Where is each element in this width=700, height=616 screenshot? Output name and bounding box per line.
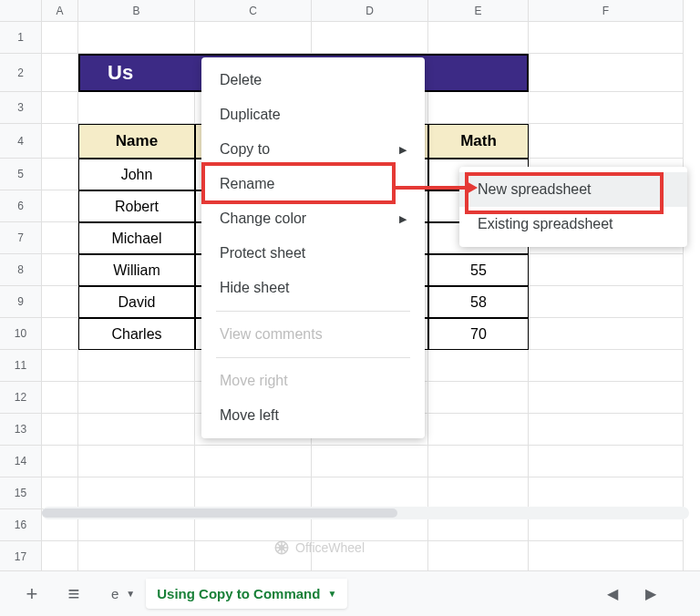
tab-scroll-right[interactable]: ▶ [645, 585, 656, 602]
select-all-corner[interactable] [0, 0, 42, 22]
cell[interactable] [42, 22, 78, 54]
cell[interactable] [428, 22, 529, 54]
cell[interactable] [42, 318, 78, 350]
row-header[interactable]: 9 [0, 286, 42, 318]
cell-name[interactable]: Robert [78, 190, 195, 222]
cell[interactable] [42, 159, 78, 190]
cell[interactable] [78, 22, 195, 54]
menu-move-left[interactable]: Move left [201, 398, 425, 433]
cell-name[interactable]: David [78, 286, 195, 318]
cell[interactable] [195, 22, 312, 54]
cell[interactable] [78, 446, 195, 477]
cell[interactable] [428, 350, 529, 382]
cell[interactable] [529, 318, 684, 350]
cell[interactable] [42, 477, 78, 509]
row-header[interactable]: 13 [0, 414, 42, 446]
cell[interactable] [428, 477, 529, 509]
row-header[interactable]: 4 [0, 124, 42, 159]
row-header[interactable]: 6 [0, 190, 42, 222]
add-sheet-button[interactable]: + [16, 579, 47, 610]
cell[interactable] [312, 477, 428, 509]
submenu-existing-spreadsheet[interactable]: Existing spreadsheet [459, 207, 687, 241]
cell[interactable] [529, 414, 684, 446]
cell[interactable] [42, 286, 78, 318]
cell[interactable] [529, 477, 684, 509]
row-header[interactable]: 7 [0, 222, 42, 254]
menu-hide-sheet[interactable]: Hide sheet [201, 271, 425, 305]
row-header[interactable]: 15 [0, 477, 42, 509]
cell-math[interactable]: 55 [428, 254, 529, 286]
cell[interactable] [78, 414, 195, 446]
cell[interactable] [529, 382, 684, 414]
cell[interactable] [42, 54, 78, 92]
cell[interactable] [529, 22, 684, 54]
col-header-e[interactable]: E [428, 0, 529, 22]
cell-math[interactable]: 70 [428, 318, 529, 350]
cell[interactable] [529, 124, 684, 159]
col-header-d[interactable]: D [312, 0, 428, 22]
row-header[interactable]: 5 [0, 159, 42, 190]
cell[interactable] [195, 446, 312, 477]
cell[interactable] [42, 190, 78, 222]
cell-name[interactable]: Charles [78, 318, 195, 350]
cell[interactable] [42, 382, 78, 414]
th-name[interactable]: Name [78, 124, 195, 159]
cell[interactable] [42, 222, 78, 254]
row-header[interactable]: 8 [0, 254, 42, 286]
col-header-b[interactable]: B [78, 0, 195, 22]
col-header-f[interactable]: F [529, 0, 684, 22]
th-math[interactable]: Math [428, 124, 529, 159]
horizontal-scrollbar[interactable] [42, 507, 689, 519]
cell[interactable] [78, 92, 195, 124]
cell[interactable] [529, 54, 684, 92]
cell[interactable] [42, 124, 78, 159]
cell[interactable] [529, 286, 684, 318]
all-sheets-button[interactable]: ≡ [58, 579, 89, 610]
submenu-new-spreadsheet[interactable]: New spreadsheet [459, 172, 687, 207]
cell[interactable] [78, 541, 195, 573]
cell[interactable] [529, 254, 684, 286]
cell[interactable] [428, 446, 529, 477]
cell[interactable] [42, 446, 78, 477]
cell[interactable] [42, 92, 78, 124]
menu-delete[interactable]: Delete [201, 63, 425, 98]
cell[interactable] [529, 350, 684, 382]
sheet-tab-active[interactable]: Using Copy to Command ▼ [146, 579, 347, 609]
cell-name[interactable]: John [78, 159, 195, 190]
row-header[interactable]: 1 [0, 22, 42, 54]
cell[interactable] [42, 414, 78, 446]
cell-math[interactable]: 58 [428, 286, 529, 318]
col-header-c[interactable]: C [195, 0, 312, 22]
tab-scroll-left[interactable]: ◀ [607, 585, 618, 602]
scrollbar-thumb[interactable] [42, 508, 397, 518]
menu-protect-sheet[interactable]: Protect sheet [201, 236, 425, 271]
menu-rename[interactable]: Rename [201, 167, 425, 201]
cell[interactable] [428, 382, 529, 414]
cell-name[interactable]: William [78, 254, 195, 286]
cell[interactable] [529, 92, 684, 124]
cell[interactable] [195, 477, 312, 509]
cell-name[interactable]: Michael [78, 222, 195, 254]
row-header[interactable]: 17 [0, 541, 42, 573]
row-header[interactable]: 2 [0, 54, 42, 92]
cell[interactable] [312, 22, 428, 54]
cell[interactable] [428, 414, 529, 446]
cell[interactable] [78, 350, 195, 382]
sheet-tab-partial[interactable]: e ▼ [100, 579, 146, 609]
cell[interactable] [78, 477, 195, 509]
row-header[interactable]: 11 [0, 350, 42, 382]
menu-duplicate[interactable]: Duplicate [201, 98, 425, 132]
cell[interactable] [312, 446, 428, 477]
cell[interactable] [42, 541, 78, 573]
cell[interactable] [428, 541, 529, 573]
cell[interactable] [428, 92, 529, 124]
menu-copy-to[interactable]: Copy to▶ [201, 132, 425, 167]
col-header-a[interactable]: A [42, 0, 78, 22]
row-header[interactable]: 10 [0, 318, 42, 350]
cell[interactable] [42, 350, 78, 382]
cell[interactable] [42, 254, 78, 286]
cell[interactable] [529, 446, 684, 477]
row-header[interactable]: 16 [0, 509, 42, 541]
cell[interactable] [78, 382, 195, 414]
row-header[interactable]: 14 [0, 446, 42, 477]
